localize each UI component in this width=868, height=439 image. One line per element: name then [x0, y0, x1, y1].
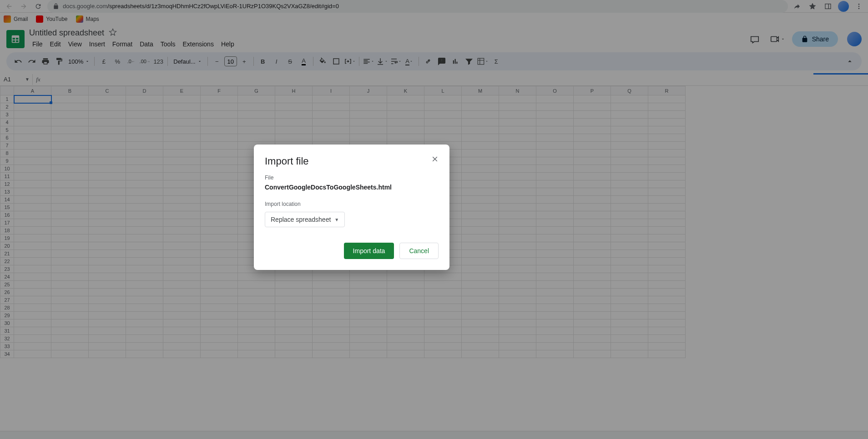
row-header-2[interactable]: 2 [0, 103, 14, 111]
cell-N23[interactable] [499, 265, 536, 273]
menu-help[interactable]: Help [218, 39, 237, 50]
cell-O26[interactable] [536, 289, 574, 296]
cell-C34[interactable] [89, 350, 126, 358]
cell-O21[interactable] [536, 250, 574, 258]
row-header-30[interactable]: 30 [0, 319, 14, 327]
cell-R28[interactable] [648, 304, 686, 312]
cell-R27[interactable] [648, 296, 686, 304]
cell-P10[interactable] [574, 165, 611, 173]
cell-Q32[interactable] [611, 335, 648, 343]
cell-F16[interactable] [201, 211, 238, 219]
cell-B15[interactable] [51, 204, 89, 211]
cell-I33[interactable] [313, 343, 350, 350]
cell-O10[interactable] [536, 165, 574, 173]
name-box[interactable]: A1▼ [0, 74, 33, 85]
cell-Q17[interactable] [611, 219, 648, 227]
insert-chart-button[interactable] [449, 55, 462, 68]
cell-Q10[interactable] [611, 165, 648, 173]
cell-M7[interactable] [462, 142, 499, 150]
cell-N21[interactable] [499, 250, 536, 258]
import-location-select[interactable]: Replace spreadsheet ▼ [265, 212, 345, 227]
cell-E20[interactable] [163, 242, 201, 250]
merge-cells-button[interactable] [343, 55, 356, 68]
row-header-31[interactable]: 31 [0, 327, 14, 335]
sheets-logo-icon[interactable] [6, 30, 25, 48]
cell-I30[interactable] [313, 319, 350, 327]
row-header-32[interactable]: 32 [0, 335, 14, 343]
cell-P33[interactable] [574, 343, 611, 350]
cell-I34[interactable] [313, 350, 350, 358]
formula-input[interactable] [44, 74, 868, 85]
row-header-9[interactable]: 9 [0, 157, 14, 165]
cell-C33[interactable] [89, 343, 126, 350]
cell-E7[interactable] [163, 142, 201, 150]
text-color-button[interactable]: A [298, 55, 310, 68]
row-header-6[interactable]: 6 [0, 134, 14, 142]
cell-N31[interactable] [499, 327, 536, 335]
cell-O13[interactable] [536, 188, 574, 196]
cell-Q16[interactable] [611, 211, 648, 219]
cell-R1[interactable] [648, 95, 686, 103]
cell-E1[interactable] [163, 95, 201, 103]
cell-P22[interactable] [574, 258, 611, 265]
cell-R17[interactable] [648, 219, 686, 227]
strikethrough-button[interactable]: S [284, 55, 297, 68]
cell-B7[interactable] [51, 142, 89, 150]
cell-R23[interactable] [648, 265, 686, 273]
cell-H1[interactable] [275, 95, 313, 103]
cell-Q9[interactable] [611, 157, 648, 165]
cell-R5[interactable] [648, 126, 686, 134]
cell-B26[interactable] [51, 289, 89, 296]
cell-Q5[interactable] [611, 126, 648, 134]
cell-M5[interactable] [462, 126, 499, 134]
cell-G6[interactable] [238, 134, 275, 142]
cell-H25[interactable] [275, 281, 313, 289]
cell-K25[interactable] [387, 281, 424, 289]
cell-P17[interactable] [574, 219, 611, 227]
cell-L30[interactable] [424, 319, 462, 327]
cell-F9[interactable] [201, 157, 238, 165]
cell-F14[interactable] [201, 196, 238, 204]
cell-P14[interactable] [574, 196, 611, 204]
cell-A20[interactable] [14, 242, 51, 250]
cell-M26[interactable] [462, 289, 499, 296]
cell-I4[interactable] [313, 119, 350, 126]
cell-A11[interactable] [14, 173, 51, 180]
cell-D31[interactable] [126, 327, 163, 335]
column-header-E[interactable]: E [163, 86, 201, 95]
cell-Q26[interactable] [611, 289, 648, 296]
cell-R16[interactable] [648, 211, 686, 219]
column-header-N[interactable]: N [499, 86, 536, 95]
cell-C20[interactable] [89, 242, 126, 250]
cell-R20[interactable] [648, 242, 686, 250]
cell-C1[interactable] [89, 95, 126, 103]
cell-N33[interactable] [499, 343, 536, 350]
cell-F31[interactable] [201, 327, 238, 335]
cell-Q33[interactable] [611, 343, 648, 350]
cell-M2[interactable] [462, 103, 499, 111]
cell-P11[interactable] [574, 173, 611, 180]
cell-D3[interactable] [126, 111, 163, 119]
cell-H6[interactable] [275, 134, 313, 142]
bookmark-gmail[interactable]: Gmail [4, 15, 28, 23]
cell-J28[interactable] [350, 304, 387, 312]
column-header-K[interactable]: K [387, 86, 424, 95]
cell-Q11[interactable] [611, 173, 648, 180]
cell-O22[interactable] [536, 258, 574, 265]
bookmark-youtube[interactable]: YouTube [36, 15, 67, 23]
cell-K28[interactable] [387, 304, 424, 312]
cell-Q8[interactable] [611, 150, 648, 157]
cell-F29[interactable] [201, 312, 238, 319]
cell-P8[interactable] [574, 150, 611, 157]
cell-K3[interactable] [387, 111, 424, 119]
cell-B2[interactable] [51, 103, 89, 111]
cell-B8[interactable] [51, 150, 89, 157]
cell-O19[interactable] [536, 234, 574, 242]
cell-C17[interactable] [89, 219, 126, 227]
cell-C23[interactable] [89, 265, 126, 273]
cell-P18[interactable] [574, 227, 611, 234]
cell-G29[interactable] [238, 312, 275, 319]
cell-O7[interactable] [536, 142, 574, 150]
cell-F18[interactable] [201, 227, 238, 234]
vertical-align-button[interactable] [376, 55, 389, 68]
